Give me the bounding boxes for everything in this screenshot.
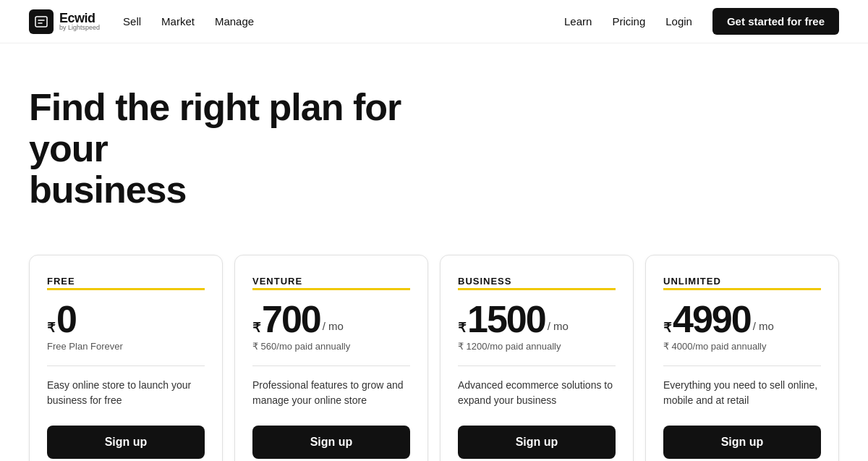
plan-name-1: VENTURE: [252, 276, 410, 290]
plan-price-row-1: ₹ 700 / mo: [252, 300, 410, 338]
hero-title: Find the right plan for your business: [29, 87, 405, 211]
plan-amount-3: 4990: [673, 300, 751, 338]
navbar-right: Learn Pricing Login Get started for free: [564, 8, 839, 35]
plan-card-free: FREE ₹ 0 Free Plan Forever Easy online s…: [29, 255, 223, 461]
plan-price-row-2: ₹ 1500 / mo: [458, 300, 616, 338]
plan-currency-3: ₹: [663, 321, 671, 334]
plan-price-row-0: ₹ 0: [47, 300, 205, 338]
plan-divider-3: [663, 365, 821, 366]
plan-desc-1: Professional features to grow and manage…: [252, 378, 410, 408]
logo-text: Ecwid by Lightspeed: [59, 12, 100, 31]
plan-signup-button-3[interactable]: Sign up: [663, 426, 821, 459]
plan-annual-0: Free Plan Forever: [47, 341, 205, 354]
plan-annual-2: ₹ 1200/mo paid annually: [458, 341, 616, 354]
plan-annual-1: ₹ 560/mo paid annually: [252, 341, 410, 354]
plan-card-unlimited: UNLIMITED ₹ 4990 / mo ₹ 4000/mo paid ann…: [645, 255, 839, 461]
plan-divider-1: [252, 365, 410, 366]
logo[interactable]: Ecwid by Lightspeed: [29, 9, 100, 34]
nav-links: Sell Market Manage: [123, 15, 254, 28]
plan-per-1: / mo: [323, 320, 344, 332]
plan-currency-0: ₹: [47, 321, 55, 334]
nav-pricing[interactable]: Pricing: [612, 15, 645, 28]
plan-currency-2: ₹: [458, 321, 466, 334]
plan-per-2: / mo: [548, 320, 569, 332]
pricing-grid: FREE ₹ 0 Free Plan Forever Easy online s…: [29, 255, 839, 461]
plan-name-3: UNLIMITED: [663, 276, 821, 290]
nav-market[interactable]: Market: [161, 15, 195, 28]
plan-amount-1: 700: [262, 300, 320, 338]
pricing-section: FREE ₹ 0 Free Plan Forever Easy online s…: [0, 240, 868, 461]
plan-price-row-3: ₹ 4990 / mo: [663, 300, 821, 338]
plan-amount-0: 0: [56, 300, 76, 338]
plan-card-business: BUSINESS ₹ 1500 / mo ₹ 1200/mo paid annu…: [440, 255, 634, 461]
nav-manage[interactable]: Manage: [215, 15, 254, 28]
plan-per-3: / mo: [753, 320, 774, 332]
plan-divider-2: [458, 365, 616, 366]
logo-main-text: Ecwid: [59, 12, 100, 25]
plan-name-2: BUSINESS: [458, 276, 616, 290]
logo-icon: [29, 9, 54, 34]
plan-currency-1: ₹: [252, 321, 260, 334]
plan-card-venture: VENTURE ₹ 700 / mo ₹ 560/mo paid annuall…: [234, 255, 428, 461]
svg-rect-0: [35, 17, 47, 27]
nav-login[interactable]: Login: [665, 15, 692, 28]
plan-signup-button-2[interactable]: Sign up: [458, 426, 616, 459]
hero-section: Find the right plan for your business: [0, 43, 868, 240]
nav-sell[interactable]: Sell: [123, 15, 141, 28]
plan-desc-3: Everything you need to sell online, mobi…: [663, 378, 821, 408]
navbar-left: Ecwid by Lightspeed Sell Market Manage: [29, 9, 254, 34]
plan-signup-button-0[interactable]: Sign up: [47, 426, 205, 459]
plan-annual-3: ₹ 4000/mo paid annually: [663, 341, 821, 354]
plan-amount-2: 1500: [467, 300, 545, 338]
plan-name-0: FREE: [47, 276, 205, 290]
navbar: Ecwid by Lightspeed Sell Market Manage L…: [0, 0, 868, 43]
plan-desc-2: Advanced ecommerce solutions to expand y…: [458, 378, 616, 408]
plan-desc-0: Easy online store to launch your busines…: [47, 378, 205, 408]
plan-signup-button-1[interactable]: Sign up: [252, 426, 410, 459]
plan-divider-0: [47, 365, 205, 366]
logo-sub-text: by Lightspeed: [59, 25, 100, 31]
nav-learn[interactable]: Learn: [564, 15, 592, 28]
get-started-button[interactable]: Get started for free: [712, 8, 839, 35]
